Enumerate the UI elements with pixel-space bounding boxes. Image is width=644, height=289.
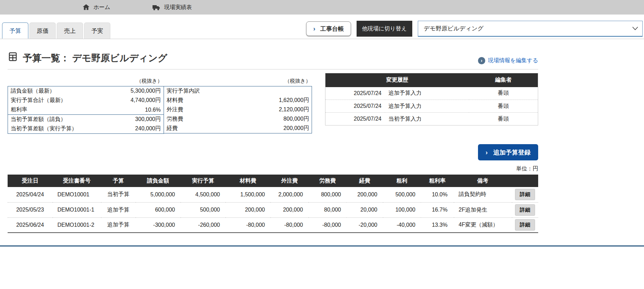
tab-budget-vs-actual[interactable]: 予実 [84, 22, 110, 39]
cell-exec: 4,500,000 [181, 187, 226, 202]
cell-order-no: DEMO10001 [53, 187, 101, 202]
breakdown-label: 労務費 [164, 114, 241, 124]
tab-budget[interactable]: 予算 [2, 22, 28, 39]
add-budget-row: › 追加予算登録 [8, 144, 538, 160]
breakdown-value: 2,120,000円 [241, 105, 312, 114]
summary-value: 10.6% [112, 105, 164, 115]
cell-outsource: 2,000,000 [270, 187, 309, 202]
breakdown-label: 外注費 [164, 105, 241, 114]
nav-home-label: ホーム [93, 4, 110, 11]
cell-contract: -300,000 [136, 217, 181, 233]
cell-expense: -20,000 [347, 217, 383, 233]
history-editor: 番頭 [469, 87, 538, 100]
history-date: 2025/07/24 [325, 113, 385, 125]
summary-section: （税抜き） 請負金額（最新） 5,300,000円 実行予算合計（最新） 4,7… [8, 78, 538, 134]
history-date: 2025/07/24 [325, 100, 385, 113]
table-row: 2025/06/24 DEMO10001-2 追加予算 -300,000 -26… [8, 217, 538, 233]
calculator-icon [8, 52, 18, 64]
cell-exec: 500,000 [181, 202, 226, 217]
cell-type: 当初予算 [101, 187, 136, 202]
cell-order-no: DEMO10001-1 [53, 202, 101, 217]
cell-order-no: DEMO10001-2 [53, 217, 101, 233]
home-icon [82, 3, 90, 11]
budget-header-row: 受注日 受注書番号 予算 請負金額 実行予算 材料費 外注費 労務費 経費 粗利… [8, 175, 538, 187]
budget-breakdown-table: 実行予算内訳 材料費 1,620,000円 外注費 2,120,000円 労務費… [164, 86, 312, 133]
breakdown-row: 材料費 1,620,000円 [164, 96, 312, 105]
col-note: 備考 [454, 175, 512, 187]
history-editor: 番頭 [469, 100, 538, 113]
site-select[interactable]: デモ野原ビルディング [418, 21, 643, 37]
cell-labor: -80,000 [309, 217, 347, 233]
cell-date: 2025/05/23 [8, 202, 53, 217]
col-outsource: 外注費 [270, 175, 309, 187]
cell-contract: 5,000,000 [136, 187, 181, 202]
add-budget-button[interactable]: › 追加予算登録 [478, 144, 538, 160]
cell-rate: 10.0% [421, 187, 454, 202]
cell-contract: 600,000 [136, 202, 181, 217]
summary-value: 4,740,000円 [112, 96, 164, 105]
history-date: 2025/07/24 [325, 87, 385, 100]
summary-label: 当初予算差額（実行予算） [8, 124, 112, 134]
breakdown-row: 労務費 800,000円 [164, 114, 312, 124]
cell-gross: -40,000 [383, 217, 421, 233]
history-header-editor: 編集者 [469, 73, 538, 87]
nav-site-report-label: 現場実績表 [164, 4, 192, 11]
cell-material: -80,000 [226, 217, 270, 233]
col-expense: 経費 [347, 175, 383, 187]
col-material: 材料費 [226, 175, 270, 187]
history-row: 2025/07/24 追加予算入力 番頭 [325, 100, 538, 113]
tax-note-left: （税抜き） [8, 78, 164, 84]
circle-arrow-icon: › [478, 57, 485, 64]
col-order-number: 受注書番号 [53, 175, 101, 187]
construction-ledger-button[interactable]: › 工事台帳 [306, 21, 351, 36]
cell-date: 2025/06/24 [8, 217, 53, 233]
summary-row: 実行予算合計（最新） 4,740,000円 [8, 96, 164, 105]
cell-date: 2025/04/24 [8, 187, 53, 202]
cell-exec: -260,000 [181, 217, 226, 233]
breakdown-empty [241, 86, 312, 96]
tab-sales[interactable]: 売上 [57, 22, 83, 39]
history-row: 2025/07/24 当初予算入力 番頭 [325, 113, 538, 125]
detail-button[interactable]: 詳細 [515, 189, 535, 200]
breakdown-row: 外注費 2,120,000円 [164, 105, 312, 114]
col-contract-amount: 請負金額 [136, 175, 181, 187]
switch-site-button[interactable]: 他現場に切り替え [357, 21, 412, 37]
top-nav-bar: ホーム 現場実績表 [0, 0, 644, 15]
nav-home[interactable]: ホーム [82, 3, 110, 11]
breakdown-row: 経費 200,000円 [164, 124, 312, 133]
cell-rate: 13.3% [421, 217, 454, 233]
summary-totals: （税抜き） 請負金額（最新） 5,300,000円 実行予算合計（最新） 4,7… [8, 78, 164, 134]
cell-outsource: 200,000 [270, 202, 309, 217]
cell-rate: 16.7% [421, 202, 454, 217]
detail-button[interactable]: 詳細 [515, 219, 535, 231]
nav-site-report[interactable]: 現場実績表 [152, 3, 192, 11]
summary-row: 粗利率 10.6% [8, 105, 164, 115]
detail-button[interactable]: 詳細 [515, 204, 535, 216]
breakdown-title-row: 実行予算内訳 [164, 86, 312, 96]
breakdown-label: 材料費 [164, 96, 241, 105]
breakdown-value: 800,000円 [241, 114, 312, 124]
summary-row: 当初予算差額（実行予算） 240,000円 [8, 124, 164, 134]
section-divider [8, 69, 538, 69]
cell-note: 請負契約時 [454, 187, 512, 202]
col-order-date: 受注日 [8, 175, 53, 187]
summary-value: 240,000円 [112, 124, 164, 134]
tabs: 予算 原価 売上 予実 [2, 22, 110, 39]
summary-label: 粗利率 [8, 105, 112, 115]
summary-totals-table: 請負金額（最新） 5,300,000円 実行予算合計（最新） 4,740,000… [8, 86, 164, 134]
cell-type: 追加予算 [101, 217, 136, 233]
page-title: 予算一覧： デモ野原ビルディング [8, 52, 167, 64]
table-row: 2025/05/23 DEMO10001-1 追加予算 600,000 500,… [8, 202, 538, 217]
summary-label: 請負金額（最新） [8, 86, 112, 96]
change-history: 変更履歴 編集者 2025/07/24 追加予算入力 番頭 2025/07/24… [325, 73, 538, 125]
budget-breakdown: （税抜き） 実行予算内訳 材料費 1,620,000円 外注費 2,120,00… [164, 78, 312, 133]
summary-row: 請負金額（最新） 5,300,000円 [8, 86, 164, 96]
history-header-main: 変更履歴 [325, 73, 469, 87]
col-gross-rate: 粗利率 [421, 175, 454, 187]
tab-cost[interactable]: 原価 [29, 22, 56, 39]
edit-site-info-link[interactable]: › 現場情報を編集する [478, 57, 538, 64]
history-action: 追加予算入力 [385, 87, 469, 100]
cell-labor: 80,000 [309, 202, 347, 217]
cell-gross: 100,000 [383, 202, 421, 217]
change-history-table: 変更履歴 編集者 2025/07/24 追加予算入力 番頭 2025/07/24… [325, 73, 538, 125]
